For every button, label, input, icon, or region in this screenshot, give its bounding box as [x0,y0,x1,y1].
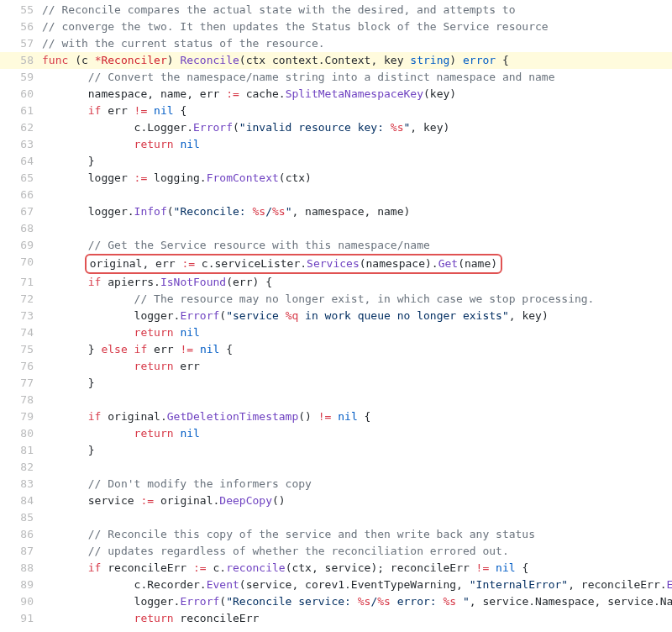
token-id [147,104,154,117]
line-content: // converge the two. It then updates the… [42,18,672,35]
token-id: { [174,104,187,117]
token-fn: FromContext [207,171,279,184]
token-fn: Services [307,257,360,270]
token-pn: ); [370,561,390,574]
line-content: if err != nil { [42,103,672,119]
code-line: 65 logger := logging.FromContext(ctx) [0,170,672,187]
token-id: logger. [88,205,134,218]
line-content: // updates regardless of whether the rec… [42,543,672,560]
line-number: 85 [0,509,42,526]
token-kb: nil [180,138,199,150]
token-pn: . [318,54,325,66]
token-sf: %s [358,595,371,608]
token-k: if [88,561,102,574]
token-pn: , [370,54,384,66]
token-c: // Get the Service resource with this na… [88,239,430,251]
line-number: 81 [0,442,42,459]
annotation-outline: original, err := c.serviceLister.Service… [85,254,502,274]
token-pn: ( [219,595,226,608]
code-line: 62 c.Logger.Errorf("invalid resource key… [0,119,672,136]
token-kb: nil [180,326,199,339]
code-line: 60 namespace, name, err := cache.SplitMe… [0,86,672,103]
token-id: key [430,87,449,100]
line-number: 62 [0,119,42,136]
token-id: logger [88,171,134,184]
token-s: " [456,595,470,608]
line-number: 63 [0,136,42,153]
token-id: err [101,104,134,117]
token-id: } [88,444,95,456]
token-pn: ) [449,87,456,100]
token-id [489,561,496,574]
token-sf: %s [252,205,265,218]
token-id: namespace, name, err [88,87,226,100]
line-content: return err [42,358,672,375]
token-kb: nil [200,343,219,356]
token-kb: string [410,54,449,66]
token-pn: () [298,410,318,423]
line-content: c.Recorder.Event(service, corev1.EventTy… [42,577,672,593]
token-id: namespace, name [305,205,403,218]
token-op: != [180,343,193,356]
token-c: // Don't modify the informers copy [88,477,312,490]
line-number: 68 [0,220,42,237]
token-pn: , [568,578,581,591]
token-id: reconcileErr [174,612,260,624]
line-content: } else if err != nil { [42,341,672,358]
code-line: 84 service := original.DeepCopy() [0,492,672,509]
code-line: 90 logger.Errorf("Reconcile service: %s/… [0,593,672,610]
line-content: } [42,153,672,170]
token-s: error: [391,595,444,608]
token-pn: ( [458,257,465,270]
token-s: in work queue no longer exists" [298,309,508,322]
line-number: 64 [0,153,42,170]
code-line: 78 [0,392,672,408]
token-id: } [88,155,95,167]
token-kb: error [463,54,496,66]
token-id: { [496,54,509,66]
code-line: 55// Reconcile compares the actual state… [0,2,672,18]
token-s: "InternalError" [470,578,568,591]
token-id: logging. [147,171,206,184]
token-pn: ( [233,121,239,134]
line-content: // with the current status of the resour… [42,35,672,52]
token-id: original. [101,410,166,423]
code-line: 58func (c *Reconciler) Reconcile(ctx con… [0,52,672,69]
token-pn: , [509,309,522,322]
line-content: if apierrs.IsNotFound(err) { [42,274,672,291]
token-kb: nil [338,410,357,423]
token-fn: Error [667,578,672,591]
token-id: c.Recorder. [134,578,207,591]
line-number: 71 [0,274,42,291]
line-number: 80 [0,425,42,442]
token-op: := [226,87,239,100]
code-line: 76 return err [0,358,672,375]
token-op: != [318,410,332,423]
token-pn: ). [425,257,438,270]
token-op: != [134,104,148,117]
token-kb: nil [154,104,173,117]
token-id: reconcileErr [101,561,193,574]
line-content: return nil [42,425,672,442]
token-fn: Errorf [193,121,233,134]
token-fn: DeepCopy [219,494,272,507]
token-pn: () [272,494,286,507]
token-op: := [140,494,154,507]
token-id: c.Logger. [134,121,193,134]
line-number: 74 [0,324,42,341]
token-id: namespace [366,257,425,270]
code-line: 87 // updates regardless of whether the … [0,543,672,560]
line-number: 72 [0,291,42,308]
code-line: 66 [0,187,672,203]
code-line: 64 } [0,153,672,170]
code-line: 59 // Convert the namespace/name string … [0,69,672,86]
line-number: 89 [0,577,42,593]
token-k: return [134,360,174,372]
line-content: return nil [42,324,672,341]
code-line: 73 logger.Errorf("service %q in work que… [0,308,672,324]
token-id: { [219,343,233,356]
line-number: 55 [0,2,42,18]
line-number: 60 [0,86,42,103]
line-number: 70 [0,254,42,271]
token-id: apierrs. [101,276,160,288]
